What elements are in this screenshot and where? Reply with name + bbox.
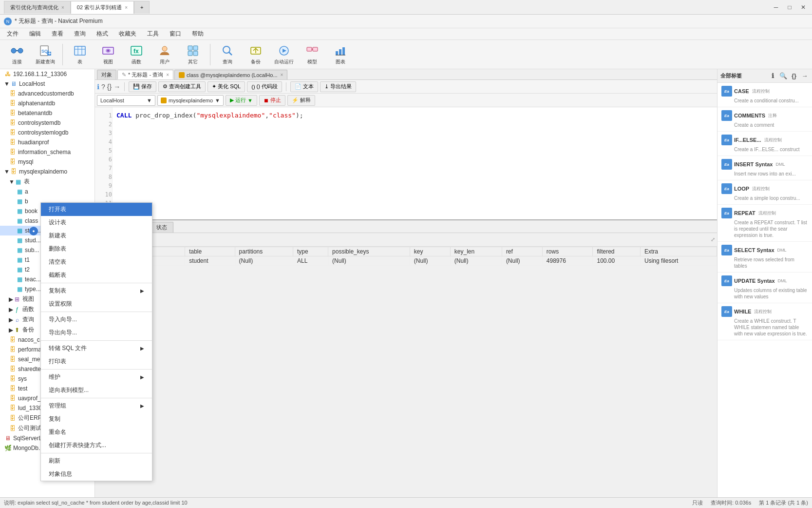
- menu-format[interactable]: 格式: [92, 29, 113, 39]
- ctx-copy-table[interactable]: 复制表 ▶: [41, 284, 152, 297]
- mysqlexplaindemo-expand[interactable]: ▼: [4, 168, 10, 175]
- help-icon[interactable]: ?: [101, 83, 105, 91]
- stop-button[interactable]: ⏹ 停止: [259, 95, 285, 106]
- query-tab[interactable]: ✎ * 无标题 - 查询 ×: [117, 70, 173, 79]
- sidebar-db-information-schema[interactable]: 🗄 information_schema: [0, 147, 94, 157]
- class-tab[interactable]: class @mysqlexplaindemo (LocalHo... ×: [174, 70, 287, 79]
- arrow-icon[interactable]: →: [113, 83, 120, 91]
- new-tab-button[interactable]: +: [134, 1, 150, 14]
- beautify-button[interactable]: ✦ 美化 SQL: [208, 81, 245, 92]
- sidebar-db-huadianprof[interactable]: 🗄 huadianprof: [0, 137, 94, 147]
- view-button[interactable]: 视图: [95, 42, 121, 67]
- sidebar-db-mysql[interactable]: 🗄 mysql: [0, 157, 94, 167]
- menu-help[interactable]: 帮助: [187, 29, 208, 39]
- braces-icon[interactable]: {}: [107, 83, 112, 91]
- ctx-manage-group[interactable]: 管理组 ▶: [41, 399, 152, 412]
- rp-item-loop[interactable]: Ea LOOP 流程控制 Create a simple loop constr…: [718, 180, 812, 205]
- run-button[interactable]: ▶ 运行 ▼: [226, 95, 257, 106]
- result-expand-icon[interactable]: ⤢: [711, 236, 715, 243]
- rp-item-comments[interactable]: Ea COMMENTS 注释 Create a comment: [718, 107, 812, 132]
- save-button[interactable]: 💾 保存: [129, 81, 156, 92]
- class-tab-close[interactable]: ×: [281, 72, 283, 78]
- menu-tools[interactable]: 工具: [142, 29, 164, 39]
- result-tab-status[interactable]: 状态: [150, 222, 173, 233]
- rp-item-repeat[interactable]: Ea REPEAT 流程控制 Create a REPEAT construct…: [718, 205, 812, 242]
- model-button[interactable]: 模型: [299, 42, 325, 67]
- ctx-delete-table[interactable]: 删除表: [41, 242, 152, 255]
- ctx-reverse-to-model[interactable]: 逆向表到模型...: [41, 384, 152, 397]
- rp-info-icon[interactable]: ℹ: [768, 72, 777, 80]
- sidebar-table-a[interactable]: ▦ a: [0, 187, 94, 196]
- explain-button[interactable]: ⚡ 解释: [287, 95, 315, 106]
- user-button[interactable]: 用户: [151, 42, 178, 67]
- sidebar-db-alphatenantdb[interactable]: 🗄 alphatenantdb: [0, 98, 94, 108]
- ctx-design-table[interactable]: 设计表: [41, 216, 152, 229]
- code-editor[interactable]: 12345 678910 111213 CALL proc_drop_index…: [95, 107, 717, 219]
- chart-button[interactable]: 图表: [327, 42, 354, 67]
- code-snippet-button[interactable]: () () 代码段: [247, 81, 282, 92]
- rp-item-case[interactable]: Ea CASE 流程控制 Create a conditional constr…: [718, 83, 812, 107]
- ctx-import-wizard[interactable]: 导入向导...: [41, 313, 152, 326]
- query2-button[interactable]: 查询: [214, 42, 241, 67]
- sidebar-db-advancedcustomerdb[interactable]: 🗄 advancedcustomerdb: [0, 89, 94, 98]
- ctx-object-info[interactable]: 对象信息: [41, 468, 152, 481]
- query-tab-close[interactable]: ×: [166, 72, 169, 78]
- sidebar-db-controlsystemdb[interactable]: 🗄 controlsystemdb: [0, 118, 94, 128]
- rp-item-while[interactable]: Ea WHILE 流程控制 Create a WHILE construct. …: [718, 303, 812, 340]
- ctx-export-wizard[interactable]: 导出向导...: [41, 326, 152, 339]
- ctx-open-table[interactable]: 打开表: [41, 203, 152, 216]
- ctx-refresh[interactable]: 刷新: [41, 454, 152, 468]
- object-tab[interactable]: 对象: [97, 70, 116, 79]
- menu-file[interactable]: 文件: [2, 29, 23, 39]
- sidebar-db-mysqlexplaindemo[interactable]: ▼ 🗄 mysqlexplaindemo: [0, 167, 94, 176]
- backup-expand[interactable]: ▶: [9, 327, 13, 333]
- rp-braces-icon[interactable]: {}: [790, 72, 798, 80]
- sidebar-localhost[interactable]: ▼ 🖥 LocalHost: [0, 79, 94, 89]
- tables-expand[interactable]: ▼: [9, 178, 15, 185]
- ctx-empty-table[interactable]: 清空表: [41, 255, 152, 269]
- rp-item-insert[interactable]: Ea INSERT Syntax DML Insert new rows int…: [718, 156, 812, 180]
- ctx-set-permission[interactable]: 设置权限: [41, 297, 152, 311]
- ctx-print-table[interactable]: 打印表: [41, 355, 152, 368]
- tab-2[interactable]: 02 索引从零到精通 ×: [71, 1, 134, 14]
- export-result-button[interactable]: ⤓ 导出结果: [320, 81, 356, 92]
- table-button[interactable]: 表: [67, 42, 93, 67]
- rp-search-icon[interactable]: 🔍: [779, 72, 788, 80]
- auto-run-button[interactable]: 自动运行: [271, 42, 297, 67]
- query-builder-button[interactable]: ⚙ 查询创建工具: [158, 81, 206, 92]
- menu-window[interactable]: 窗口: [165, 29, 186, 39]
- menu-edit[interactable]: 编辑: [24, 29, 46, 39]
- ctx-truncate-table[interactable]: 截断表: [41, 269, 152, 282]
- sidebar-server-ip[interactable]: 🖧 192.168.1.12_13306: [0, 69, 94, 79]
- close-button[interactable]: ✕: [798, 2, 808, 12]
- text-button[interactable]: 📄 文本: [290, 81, 318, 92]
- restore-button[interactable]: □: [785, 2, 794, 12]
- sidebar-db-betatenantdb[interactable]: 🗄 betatenantdb: [0, 108, 94, 118]
- sidebar-tables-group[interactable]: ▼ ▦ 表: [0, 176, 94, 187]
- rp-arrow-icon[interactable]: →: [800, 72, 809, 80]
- host-select[interactable]: LocalHost ▼: [97, 95, 155, 106]
- functions-expand[interactable]: ▶: [9, 306, 13, 313]
- sidebar-db-controlsystemlogdb[interactable]: 🗄 controlsystemlogdb: [0, 128, 94, 137]
- tab-1[interactable]: 索引优化与查询优化 ×: [4, 1, 71, 14]
- menu-view[interactable]: 查看: [47, 29, 68, 39]
- ctx-rename[interactable]: 重命名: [41, 426, 152, 439]
- ctx-new-table[interactable]: 新建表: [41, 229, 152, 242]
- queries-expand[interactable]: ▶: [9, 316, 13, 323]
- rp-item-select[interactable]: Ea SELECT Syntax DML Retrieve rows selec…: [718, 242, 812, 273]
- info-icon[interactable]: ℹ: [97, 83, 99, 91]
- views-expand[interactable]: ▶: [9, 296, 13, 303]
- localhost-expand[interactable]: ▼: [4, 80, 10, 87]
- menu-favorites[interactable]: 收藏夹: [114, 29, 141, 39]
- ctx-maintenance[interactable]: 维护 ▶: [41, 371, 152, 384]
- function-button[interactable]: fx 函数: [123, 42, 150, 67]
- tab2-close[interactable]: ×: [125, 5, 128, 10]
- new-query-button[interactable]: SQL+ 新建查询: [32, 42, 58, 67]
- other-button[interactable]: 其它: [180, 42, 206, 67]
- ctx-dump-sql[interactable]: 转储 SQL 文件 ▶: [41, 342, 152, 355]
- minimize-button[interactable]: ─: [771, 2, 781, 12]
- tab1-close[interactable]: ×: [61, 5, 64, 10]
- rp-item-ifelse[interactable]: Ea IF...ELSE... 流程控制 Create a IF...ELSE.…: [718, 132, 812, 156]
- connect-button[interactable]: 连接: [4, 42, 30, 67]
- backup-button[interactable]: 备份: [243, 42, 269, 67]
